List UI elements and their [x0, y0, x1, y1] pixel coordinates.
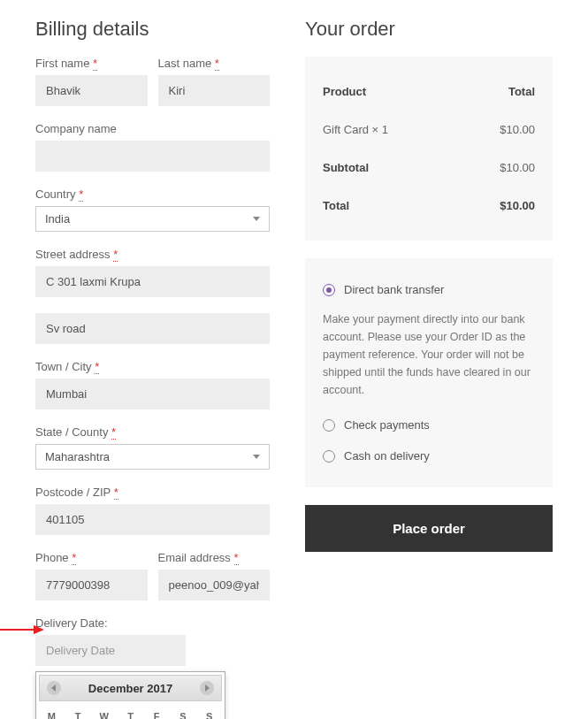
order-subtotal-value: $10.00: [500, 161, 535, 174]
company-input[interactable]: [35, 141, 270, 172]
last-name-input[interactable]: [158, 75, 271, 106]
calendar-dow: F: [144, 706, 170, 719]
calendar-dow: M: [39, 706, 65, 719]
arrow-annotation-icon: [0, 623, 44, 636]
payment-bank-transfer[interactable]: Direct bank transfer: [323, 274, 535, 305]
street-label: Street address *: [35, 248, 270, 261]
state-label: State / County *: [35, 425, 270, 439]
order-heading: Your order: [305, 18, 553, 41]
phone-input[interactable]: [35, 570, 148, 600]
order-product-header: Product: [323, 85, 366, 98]
order-item-name: Gift Card × 1: [323, 123, 388, 136]
calendar-dow: S: [196, 706, 222, 719]
calendar-dow: T: [118, 706, 143, 719]
calendar-dow: W: [91, 706, 117, 719]
street2-input[interactable]: [35, 313, 270, 344]
calendar-datepicker: December 2017 MTWTFSS1234567891011121314…: [35, 671, 225, 719]
country-value: India: [45, 212, 70, 226]
first-name-input[interactable]: [35, 75, 148, 106]
calendar-title: December 2017: [88, 682, 172, 695]
delivery-label: Delivery Date:: [35, 616, 270, 630]
email-label: Email address *: [158, 551, 271, 564]
svg-marker-1: [34, 625, 44, 634]
phone-label: Phone *: [35, 551, 148, 564]
city-label: Town / City *: [35, 360, 270, 373]
payment-methods: Direct bank transfer Make your payment d…: [305, 258, 553, 487]
svg-marker-3: [205, 685, 210, 692]
calendar-dow: S: [171, 706, 196, 719]
last-name-label: Last name *: [158, 57, 271, 70]
company-label: Company name: [35, 122, 270, 135]
payment-bank-desc: Make your payment directly into our bank…: [323, 305, 535, 409]
radio-icon: [323, 450, 335, 463]
order-total-value: $10.00: [500, 199, 535, 212]
svg-marker-2: [51, 685, 56, 692]
country-select[interactable]: India: [35, 206, 270, 232]
city-input[interactable]: [35, 379, 270, 409]
postcode-label: Postcode / ZIP *: [35, 486, 270, 499]
payment-check[interactable]: Check payments: [323, 409, 535, 440]
calendar-next-icon[interactable]: [200, 681, 214, 695]
order-total-header: Total: [508, 85, 535, 98]
payment-cod[interactable]: Cash on delivery: [323, 440, 535, 471]
state-select[interactable]: Maharashtra: [35, 444, 270, 470]
place-order-button[interactable]: Place order: [305, 505, 553, 552]
payment-bank-label: Direct bank transfer: [344, 283, 444, 296]
calendar-prev-icon[interactable]: [47, 681, 61, 695]
payment-check-label: Check payments: [344, 418, 430, 432]
state-value: Maharashtra: [45, 450, 110, 463]
chevron-down-icon: [253, 455, 260, 459]
order-item-total: $10.00: [500, 123, 535, 136]
street1-input[interactable]: [35, 266, 270, 297]
order-summary: Product Total Gift Card × 1 $10.00 Subto…: [305, 57, 553, 241]
payment-cod-label: Cash on delivery: [344, 449, 430, 463]
postcode-input[interactable]: [35, 504, 270, 535]
order-total-label: Total: [323, 199, 349, 212]
billing-heading: Billing details: [35, 18, 270, 41]
chevron-down-icon: [253, 217, 260, 221]
email-input[interactable]: [158, 570, 271, 600]
calendar-dow: T: [65, 706, 91, 719]
delivery-date-input[interactable]: [35, 635, 186, 666]
radio-selected-icon: [323, 284, 335, 296]
order-subtotal-label: Subtotal: [323, 161, 369, 174]
country-label: Country *: [35, 187, 270, 201]
first-name-label: First name *: [35, 57, 148, 70]
radio-icon: [323, 419, 335, 432]
